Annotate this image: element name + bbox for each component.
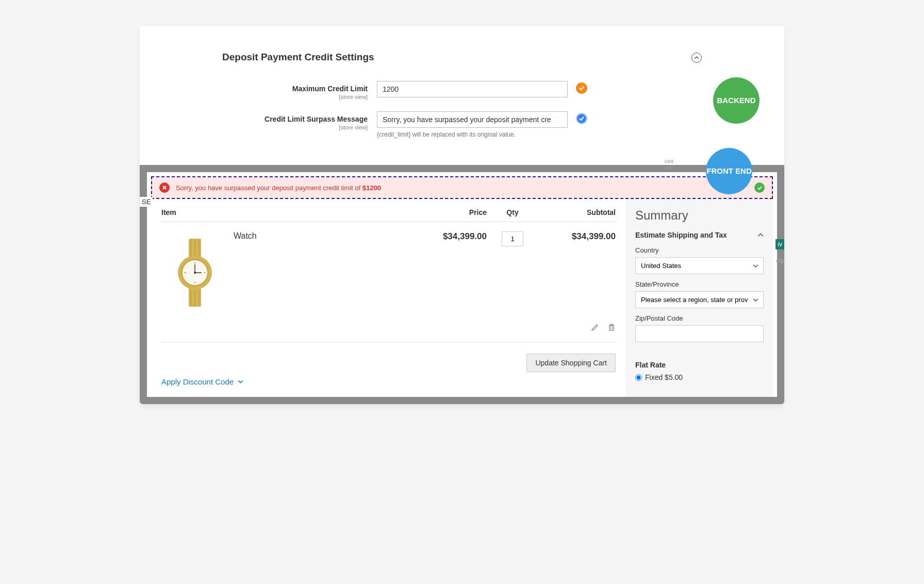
- app-container: Deposit Payment Credit Settings BACKEND …: [140, 26, 784, 404]
- trash-icon[interactable]: [607, 323, 616, 333]
- chevron-down-icon: [238, 379, 243, 385]
- country-select[interactable]: United States: [635, 257, 764, 274]
- product-name: Watch: [228, 231, 257, 314]
- bg-fragment-elp: elp: [776, 257, 784, 264]
- bg-fragment-iv: iv: [776, 239, 784, 249]
- edit-icon[interactable]: [591, 323, 599, 333]
- max-credit-scope: [store view]: [222, 94, 368, 100]
- error-banner: Sorry, you have surpassed your deposit p…: [151, 176, 773, 199]
- svg-rect-18: [609, 326, 614, 330]
- col-header-qty: Qty: [487, 208, 538, 216]
- backend-section: Deposit Payment Credit Settings BACKEND …: [140, 26, 784, 165]
- check-icon-green: [754, 182, 765, 193]
- max-credit-input[interactable]: [377, 81, 568, 97]
- frontend-badge: FRONT END: [706, 148, 752, 194]
- summary-title: Summary: [635, 208, 764, 223]
- state-select[interactable]: Please select a region, state or prov: [635, 291, 764, 308]
- discount-link[interactable]: Apply Discount Code: [161, 377, 243, 386]
- item-actions: [161, 319, 616, 342]
- svg-point-15: [194, 282, 196, 283]
- flat-rate-radio[interactable]: [635, 374, 642, 381]
- flat-rate-option[interactable]: Fixed $5.00: [635, 373, 764, 381]
- chevron-up-icon: [757, 232, 764, 238]
- item-price: $34,399.00: [415, 231, 487, 314]
- estimate-toggle[interactable]: Estimate Shipping and Tax: [635, 231, 764, 239]
- cart-header-row: Item Price Qty Subtotal: [161, 208, 616, 222]
- surpass-msg-scope: [store view]: [222, 124, 368, 130]
- col-header-item: Item: [161, 208, 415, 216]
- surpass-msg-label: Credit Limit Surpass Message: [265, 115, 368, 123]
- flat-rate-title: Flat Rate: [635, 361, 764, 369]
- country-label: Country: [635, 246, 764, 254]
- cart-summary: Summary Estimate Shipping and Tax Countr…: [626, 199, 773, 397]
- col-header-price: Price: [415, 208, 487, 216]
- col-header-subtotal: Subtotal: [538, 208, 616, 216]
- error-icon: [159, 182, 170, 193]
- surpass-msg-input[interactable]: [377, 111, 568, 128]
- section-title: Deposit Payment Credit Settings: [222, 52, 753, 63]
- bg-fragment-se: SE: [140, 197, 153, 207]
- bg-fragment-usa: usaaed: [665, 158, 674, 170]
- error-message: Sorry, you have surpassed your deposit p…: [176, 184, 748, 192]
- svg-point-17: [204, 272, 206, 274]
- cart-item-row: Watch $34,399.00 $34,399.00: [161, 222, 616, 319]
- svg-point-14: [194, 262, 196, 264]
- frontend-section: SE usaaed iv elp FRONT END Sorry, you ha…: [140, 165, 784, 404]
- check-icon-orange: [576, 82, 587, 94]
- check-icon-blue: [576, 113, 587, 124]
- cart-main: Item Price Qty Subtotal: [151, 199, 626, 397]
- item-subtotal: $34,399.00: [538, 231, 616, 314]
- max-credit-row: Maximum Credit Limit [store view]: [222, 81, 753, 100]
- update-cart-button[interactable]: Update Shopping Cart: [526, 354, 616, 372]
- svg-point-16: [185, 272, 186, 274]
- zip-label: Zip/Postal Code: [635, 314, 764, 322]
- surpass-msg-row: Credit Limit Surpass Message [store view…: [222, 111, 753, 138]
- surpass-msg-hint: {credit_limit} will be replaced with its…: [377, 131, 568, 138]
- max-credit-label: Maximum Credit Limit: [292, 85, 368, 93]
- collapse-icon[interactable]: [691, 53, 702, 63]
- state-label: State/Province: [635, 280, 764, 288]
- cart-body: Item Price Qty Subtotal: [147, 199, 777, 397]
- backend-badge: BACKEND: [713, 77, 760, 124]
- qty-input[interactable]: [502, 231, 523, 246]
- product-image: [161, 231, 228, 314]
- zip-input[interactable]: [635, 325, 764, 342]
